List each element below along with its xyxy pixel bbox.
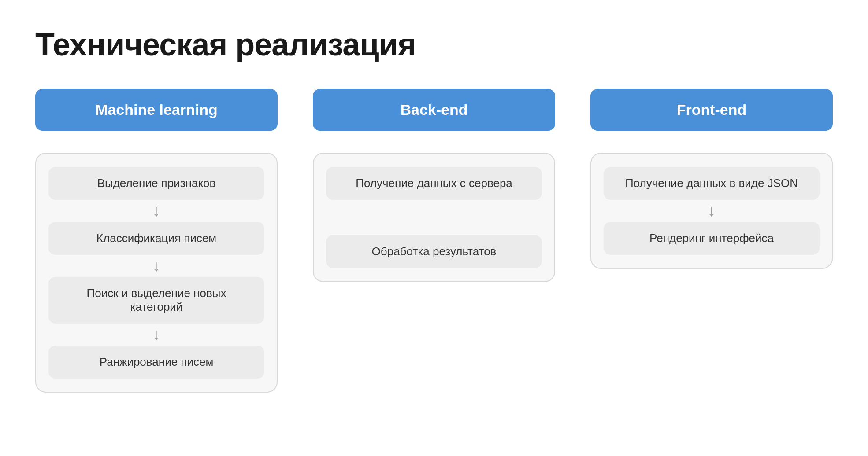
column-header-backend: Back-end: [313, 89, 555, 131]
diagram-container: Machine learning Выделение признаков ↓ К…: [35, 89, 833, 393]
column-body-backend: Получение данных с сервера Обработка рез…: [313, 153, 555, 282]
arrow-down-3: ↓: [152, 324, 160, 346]
frontend-step-2: Рендеринг интерфейса: [604, 222, 820, 255]
column-backend: Back-end Получение данных с сервера Обра…: [295, 89, 573, 282]
frontend-step-1: Получение данных в виде JSON: [604, 167, 820, 200]
arrow-down-1: ↓: [152, 200, 160, 222]
arrow-down-2: ↓: [152, 255, 160, 277]
column-body-frontend: Получение данных в виде JSON ↓ Рендеринг…: [590, 153, 833, 269]
column-ml: Machine learning Выделение признаков ↓ К…: [35, 89, 295, 393]
backend-step-2: Обработка результатов: [326, 235, 542, 268]
backend-step-1: Получение данных с сервера: [326, 167, 542, 200]
page-title: Техническая реализация: [35, 26, 833, 63]
column-header-frontend: Front-end: [590, 89, 833, 131]
column-body-ml: Выделение признаков ↓ Классификация писе…: [35, 153, 278, 393]
ml-step-3: Поиск и выделение новых категорий: [48, 277, 264, 324]
ml-step-1: Выделение признаков: [48, 167, 264, 200]
ml-step-4: Ранжирование писем: [48, 346, 264, 379]
arrow-down-fe: ↓: [708, 200, 716, 222]
column-header-ml: Machine learning: [35, 89, 278, 131]
ml-step-2: Классификация писем: [48, 222, 264, 255]
column-frontend: Front-end Получение данных в виде JSON ↓…: [573, 89, 833, 269]
